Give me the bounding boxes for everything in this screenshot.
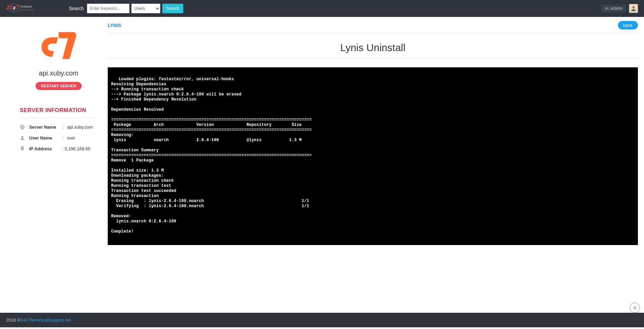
user-greeting[interactable]: HI, ADMIN — [601, 4, 626, 13]
user-icon — [20, 135, 25, 140]
search-type-select[interactable]: Users — [131, 4, 160, 13]
logo-icon: 24 x 7 Technical SUPPORT — [6, 3, 50, 14]
topbar: 24 x 7 Technical SUPPORT Search Users Se… — [0, 0, 644, 17]
breadcrumb[interactable]: LYNIS — [108, 23, 121, 28]
svg-text:x: x — [13, 5, 16, 10]
globe-icon — [20, 124, 25, 130]
footer-year: 2018 © — [6, 317, 20, 323]
map-marker-icon — [20, 146, 25, 151]
sidebar: api.xuby.com RESTART SERVER SERVER INFOR… — [6, 17, 108, 313]
title-divider — [108, 58, 638, 59]
info-value: root — [67, 135, 75, 140]
scroll-to-top-button[interactable] — [630, 303, 640, 313]
info-label: IP Address — [29, 146, 61, 151]
info-label: User Name — [29, 135, 61, 140]
svg-point-6 — [632, 6, 635, 8]
server-info-heading: SERVER INFORMATION — [20, 107, 98, 114]
info-label: Server Name — [29, 125, 61, 130]
page-title: Lynis Uninstall — [108, 42, 638, 53]
info-value: api.xuby.com — [67, 125, 93, 130]
app-logo: 24 x 7 Technical SUPPORT — [6, 3, 69, 14]
topbar-right: HI, ADMIN — [601, 4, 638, 13]
footer-link[interactable]: 24x7TechnicalSupport.net — [20, 317, 71, 323]
footer: 2018 © 24x7TechnicalSupport.net — [0, 313, 644, 327]
restart-server-button[interactable]: RESTART SERVER — [36, 82, 81, 90]
arrow-up-icon — [632, 305, 637, 310]
search-area: Search Users Search — [69, 4, 183, 13]
content-header: LYNIS back — [108, 20, 638, 33]
main-content: LYNIS back Lynis Uninstall Loaded plugin… — [108, 17, 638, 313]
info-separator: : — [62, 135, 63, 140]
search-button[interactable]: Search — [162, 4, 183, 13]
avatar[interactable] — [629, 4, 638, 13]
cpanel-icon — [40, 30, 77, 62]
info-separator: : — [62, 125, 63, 130]
server-domain: api.xuby.com — [20, 69, 98, 77]
server-info-divider — [20, 118, 98, 118]
info-row-server-name: Server Name : api.xuby.com — [20, 124, 98, 130]
search-label: Search — [69, 6, 84, 11]
cpanel-logo — [20, 30, 98, 63]
info-row-user-name: User Name : root — [20, 135, 98, 140]
svg-text:Technical: Technical — [20, 5, 32, 8]
info-row-ip-address: IP Address : 5.196.169.65 — [20, 146, 98, 151]
info-separator: : — [62, 146, 63, 151]
svg-point-8 — [21, 136, 23, 138]
avatar-icon — [630, 5, 637, 12]
search-input[interactable] — [87, 4, 129, 13]
info-value: 5.196.169.65 — [65, 146, 90, 151]
page-body: api.xuby.com RESTART SERVER SERVER INFOR… — [0, 17, 644, 313]
terminal-output: Loaded plugins: fastestmirror, universal… — [108, 67, 638, 245]
svg-text:SUPPORT: SUPPORT — [20, 9, 34, 11]
back-button[interactable]: back — [618, 21, 638, 29]
